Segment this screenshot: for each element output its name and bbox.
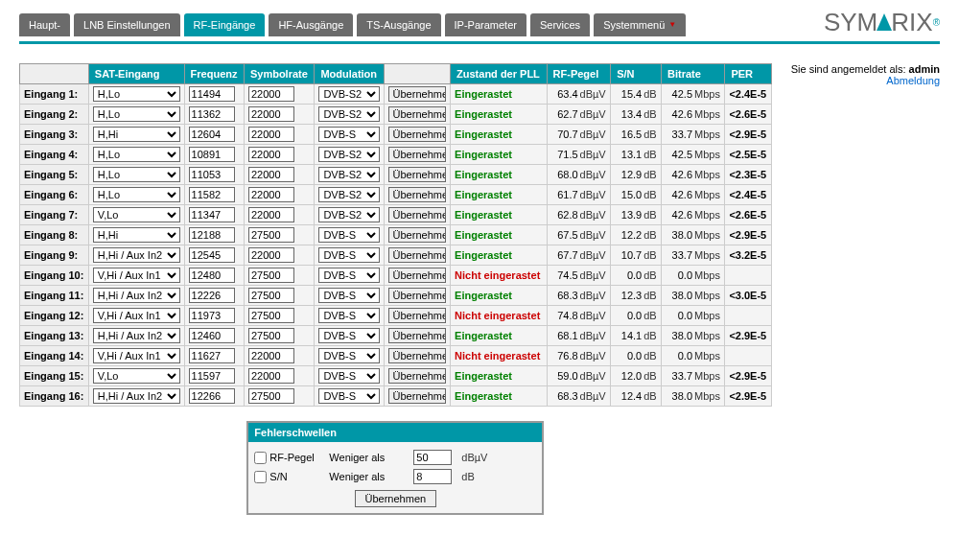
modulation-select[interactable]: DVB-S	[318, 227, 379, 243]
per-value: <2.9E-5	[725, 366, 771, 386]
sat-input-select[interactable]: H,Hi / Aux In2	[93, 288, 180, 303]
modulation-select[interactable]: DVB-S2	[318, 167, 379, 182]
symbolrate-input[interactable]	[248, 106, 294, 122]
sat-input-select[interactable]: H,Hi / Aux In2	[93, 247, 180, 263]
apply-button[interactable]: Übernehmen	[388, 368, 446, 384]
apply-button[interactable]: Übernehmen	[388, 308, 446, 323]
frequency-input[interactable]	[189, 106, 235, 122]
frequency-input[interactable]	[189, 227, 235, 243]
symbolrate-input[interactable]	[248, 147, 294, 162]
per-value: <2.3E-5	[725, 165, 771, 185]
modulation-select[interactable]: DVB-S2	[318, 187, 379, 202]
nav-tab-rf-eing-nge[interactable]: RF-Eingänge	[184, 13, 266, 36]
apply-button[interactable]: Übernehmen	[388, 268, 446, 283]
thresholds-apply-button[interactable]: Übernehmen	[355, 490, 437, 507]
frequency-input[interactable]	[189, 328, 235, 343]
sat-input-select[interactable]: H,Lo	[93, 106, 180, 122]
sat-input-select[interactable]: V,Lo	[93, 368, 180, 384]
modulation-select[interactable]: DVB-S	[318, 127, 379, 142]
modulation-select[interactable]: DVB-S	[318, 368, 379, 384]
modulation-select[interactable]: DVB-S	[318, 388, 379, 404]
apply-button[interactable]: Übernehmen	[388, 348, 446, 363]
nav-tab-systemmen-[interactable]: Systemmenü▼	[594, 13, 686, 36]
sat-input-select[interactable]: H,Hi	[93, 227, 180, 243]
frequency-input[interactable]	[189, 167, 235, 182]
apply-button[interactable]: Übernehmen	[388, 328, 446, 343]
sat-input-select[interactable]: H,Lo	[93, 86, 180, 102]
symbolrate-input[interactable]	[248, 328, 294, 343]
sat-input-select[interactable]: H,Hi	[93, 127, 180, 142]
nav-tab-lnb-einstellungen[interactable]: LNB Einstellungen	[74, 13, 180, 36]
nav-tab-ts-ausg-nge[interactable]: TS-Ausgänge	[357, 13, 440, 36]
symbolrate-input[interactable]	[248, 308, 294, 323]
modulation-select[interactable]: DVB-S	[318, 348, 379, 363]
frequency-input[interactable]	[189, 268, 235, 283]
modulation-select[interactable]: DVB-S	[318, 247, 379, 263]
threshold-rf-value[interactable]	[413, 450, 452, 465]
row-label: Eingang 5:	[20, 165, 89, 185]
apply-button[interactable]: Übernehmen	[388, 106, 446, 122]
apply-button[interactable]: Übernehmen	[388, 187, 446, 202]
frequency-input[interactable]	[189, 86, 235, 102]
modulation-select[interactable]: DVB-S	[318, 308, 379, 323]
frequency-input[interactable]	[189, 288, 235, 303]
frequency-input[interactable]	[189, 348, 235, 363]
apply-button[interactable]: Übernehmen	[388, 247, 446, 263]
frequency-input[interactable]	[189, 388, 235, 404]
logout-link[interactable]: Abmeldung	[886, 75, 940, 86]
apply-button[interactable]: Übernehmen	[388, 288, 446, 303]
symbolrate-input[interactable]	[248, 348, 294, 363]
col-bitrate: Bitrate	[662, 64, 725, 84]
rf-level: 67.5dBµV	[547, 225, 611, 245]
symbolrate-input[interactable]	[248, 247, 294, 263]
frequency-input[interactable]	[189, 207, 235, 222]
frequency-input[interactable]	[189, 147, 235, 162]
sat-input-select[interactable]: H,Hi / Aux In2	[93, 328, 180, 343]
nav-tab-hf-ausg-nge[interactable]: HF-Ausgänge	[269, 13, 353, 36]
sat-input-select[interactable]: H,Lo	[93, 147, 180, 162]
apply-button[interactable]: Übernehmen	[388, 207, 446, 222]
sat-input-select[interactable]: H,Lo	[93, 167, 180, 182]
sat-input-select[interactable]: V,Hi / Aux In1	[93, 268, 180, 283]
symbolrate-input[interactable]	[248, 368, 294, 384]
nav-tab-ip-parameter[interactable]: IP-Parameter	[445, 13, 526, 36]
modulation-select[interactable]: DVB-S	[318, 288, 379, 303]
modulation-select[interactable]: DVB-S2	[318, 207, 379, 222]
symbolrate-input[interactable]	[248, 167, 294, 182]
frequency-input[interactable]	[189, 308, 235, 323]
apply-button[interactable]: Übernehmen	[388, 167, 446, 182]
frequency-input[interactable]	[189, 127, 235, 142]
sn-value: 0.0dB	[611, 346, 662, 366]
apply-button[interactable]: Übernehmen	[388, 147, 446, 162]
symbolrate-input[interactable]	[248, 127, 294, 142]
symbolrate-input[interactable]	[248, 268, 294, 283]
symbolrate-input[interactable]	[248, 86, 294, 102]
modulation-select[interactable]: DVB-S2	[318, 147, 379, 162]
modulation-select[interactable]: DVB-S2	[318, 86, 379, 102]
threshold-sn-value[interactable]	[413, 469, 452, 484]
threshold-rf-checkbox[interactable]: RF-Pegel	[254, 452, 321, 464]
apply-button[interactable]: Übernehmen	[388, 388, 446, 404]
apply-button[interactable]: Übernehmen	[388, 86, 446, 102]
sat-input-select[interactable]: V,Hi / Aux In1	[93, 348, 180, 363]
modulation-select[interactable]: DVB-S2	[318, 106, 379, 122]
modulation-select[interactable]: DVB-S	[318, 268, 379, 283]
sat-input-select[interactable]: V,Hi / Aux In1	[93, 308, 180, 323]
symbolrate-input[interactable]	[248, 187, 294, 202]
frequency-input[interactable]	[189, 247, 235, 263]
nav-tab-haupt-[interactable]: Haupt-	[19, 13, 70, 36]
symbolrate-input[interactable]	[248, 288, 294, 303]
symbolrate-input[interactable]	[248, 207, 294, 222]
apply-button[interactable]: Übernehmen	[388, 127, 446, 142]
frequency-input[interactable]	[189, 187, 235, 202]
symbolrate-input[interactable]	[248, 388, 294, 404]
frequency-input[interactable]	[189, 368, 235, 384]
sat-input-select[interactable]: H,Lo	[93, 187, 180, 202]
apply-button[interactable]: Übernehmen	[388, 227, 446, 243]
threshold-sn-checkbox[interactable]: S/N	[254, 471, 321, 483]
symbolrate-input[interactable]	[248, 227, 294, 243]
sat-input-select[interactable]: V,Lo	[93, 207, 180, 222]
modulation-select[interactable]: DVB-S	[318, 328, 379, 343]
nav-tab-services[interactable]: Services	[530, 13, 590, 36]
sat-input-select[interactable]: H,Hi / Aux In2	[93, 388, 180, 404]
